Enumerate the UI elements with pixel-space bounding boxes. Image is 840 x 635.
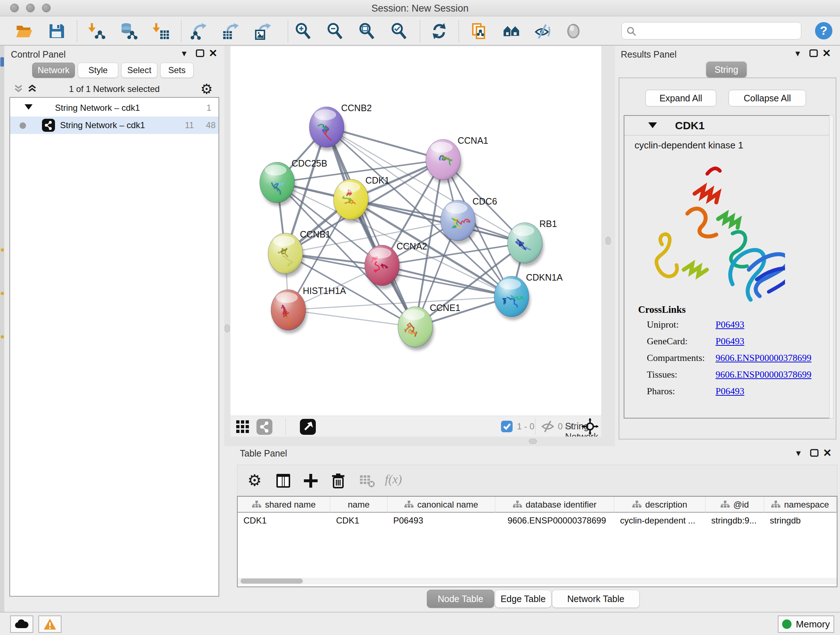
crosslink-label: Pharos: [647, 386, 675, 397]
export-image-icon[interactable] [254, 22, 271, 40]
table-cell[interactable]: P06493 [387, 516, 495, 530]
node-label-ccnb1: CCNB1 [300, 229, 331, 239]
column-header-databaseidentifier[interactable]: database identifier [495, 497, 614, 513]
node-label-ccne1: CCNE1 [430, 302, 461, 313]
right-splitter-handle[interactable] [606, 237, 611, 245]
crosslink-compartments-link[interactable]: 9606.ENSP00000378699 [715, 353, 812, 363]
delete-column-icon[interactable] [330, 472, 347, 489]
node-ccna1[interactable] [426, 139, 462, 183]
control-panel-float-icon[interactable] [194, 47, 206, 59]
protein-expander-icon[interactable] [648, 122, 657, 128]
horizontal-splitter[interactable] [224, 437, 601, 446]
network-graph[interactable]: CCNB2CCNA1CDC25BCDK1CDC6RB1CCNB1CCNA2CDK… [231, 46, 601, 416]
zoom-selected-icon[interactable] [390, 22, 408, 40]
edge-ccnb2-ccne1[interactable] [327, 127, 415, 327]
tab-string[interactable]: String [706, 62, 747, 78]
import-network-from-database-icon[interactable] [120, 22, 137, 40]
results-panel-float-icon[interactable] [807, 47, 820, 59]
birds-eye-view-icon[interactable] [300, 419, 316, 435]
column-header-canonicalname[interactable]: canonical name [387, 497, 495, 513]
column-header-sharedname[interactable]: shared name [238, 497, 330, 513]
zoom-out-icon[interactable] [326, 22, 344, 40]
horizontal-splitter-handle[interactable] [529, 439, 537, 444]
table-cell[interactable]: CDK1 [330, 516, 387, 530]
collapse-all-button[interactable]: Collapse All [729, 90, 806, 106]
create-column-icon[interactable] [302, 472, 319, 489]
left-splitter-handle[interactable] [225, 325, 230, 333]
refresh-icon[interactable] [431, 22, 448, 40]
column-header-id[interactable]: @id [706, 497, 764, 513]
expand-all-button[interactable]: Expand All [645, 90, 716, 106]
results-panel-close-icon[interactable]: ✕ [821, 47, 833, 59]
node-cdkn1a[interactable] [494, 276, 531, 320]
node-hist1h1a[interactable] [271, 290, 307, 333]
table-cell[interactable]: CDK1 [238, 516, 330, 530]
crosslink-pharos-link[interactable]: P06493 [715, 386, 744, 397]
memory-button[interactable]: Memory [778, 616, 834, 633]
right-splitter[interactable] [601, 46, 615, 446]
collection-expander-icon[interactable] [25, 104, 33, 110]
cloud-icon [14, 619, 29, 630]
network-canvas[interactable]: CCNB2CCNA1CDC25BCDK1CDC6RB1CCNB1CCNA2CDK… [231, 46, 601, 416]
results-scrollbar[interactable] [829, 115, 834, 418]
table-options-gear-icon[interactable]: ⚙ [248, 472, 264, 489]
tab-network-table[interactable]: Network Table [552, 590, 639, 608]
scrollbar-thumb[interactable] [240, 578, 303, 584]
table-cell[interactable]: stringdb [764, 516, 836, 530]
crosslink-genecard-link[interactable]: P06493 [715, 336, 744, 347]
help-icon[interactable]: ? [815, 22, 833, 40]
zoom-in-icon[interactable] [294, 22, 312, 40]
network-collection-row[interactable]: String Network – cdk1 1 [10, 99, 218, 117]
export-table-icon[interactable] [222, 22, 239, 40]
node-ccnb2[interactable] [309, 107, 346, 150]
crosslink-tissues-link[interactable]: 9606.ENSP00000378699 [715, 369, 812, 380]
table-horizontal-scrollbar[interactable] [238, 578, 837, 584]
table-panel-float-icon[interactable] [808, 447, 821, 459]
crosslink-uniprot-link[interactable]: P06493 [715, 319, 744, 330]
table-cell[interactable]: 9606.ENSP00000378699 [495, 516, 614, 530]
table-panel-collapse-icon[interactable]: ▾ [792, 447, 805, 459]
column-header-description[interactable]: description [614, 497, 706, 513]
warnings-button[interactable] [38, 616, 62, 633]
clone-network-icon[interactable] [471, 22, 488, 40]
network-row-selected[interactable]: String Network – cdk1 11 48 [10, 117, 218, 134]
column-header-name[interactable]: name [330, 497, 387, 513]
edge-hist1h1a-ccne1[interactable] [288, 310, 415, 327]
home-icon[interactable] [503, 22, 520, 40]
grid-view-icon[interactable] [235, 420, 250, 434]
tab-style[interactable]: Style [78, 63, 118, 78]
save-session-icon[interactable] [48, 22, 65, 40]
tab-select[interactable]: Select [121, 63, 157, 78]
node-ccne1[interactable] [398, 307, 434, 350]
tab-sets[interactable]: Sets [160, 63, 194, 78]
control-panel-close-icon[interactable]: ✕ [207, 47, 219, 59]
cloud-status-button[interactable] [10, 616, 33, 633]
control-panel-collapse-icon[interactable]: ▾ [178, 47, 190, 59]
results-panel-collapse-icon[interactable]: ▾ [791, 47, 804, 59]
export-network-icon[interactable] [189, 22, 207, 40]
show-panel-icon[interactable] [565, 22, 582, 40]
table-panel-close-icon[interactable]: ✕ [821, 447, 834, 459]
protein-section-header[interactable]: CDK1 [624, 116, 832, 135]
search-input[interactable] [622, 22, 801, 40]
tab-network[interactable]: Network [32, 63, 75, 78]
column-header-namespace[interactable]: namespace [764, 497, 836, 513]
node-cdk1[interactable] [333, 179, 370, 223]
open-session-icon[interactable] [16, 22, 33, 40]
network-options-gear-icon[interactable]: ⚙ [201, 81, 213, 97]
table-cell[interactable]: stringdb:9... [706, 516, 764, 530]
node-rb1[interactable] [508, 223, 544, 266]
node-ccnb1[interactable] [268, 233, 304, 277]
tab-node-table[interactable]: Node Table [427, 590, 494, 608]
tab-edge-table[interactable]: Edge Table [495, 590, 551, 608]
network-thumbnail-icon[interactable] [256, 419, 272, 435]
node-ccna2[interactable] [365, 245, 401, 289]
import-table-icon[interactable] [152, 22, 170, 40]
pan-crosshair-icon[interactable] [581, 418, 599, 435]
hide-panels-icon[interactable] [534, 22, 551, 40]
show-columns-icon[interactable] [275, 472, 292, 489]
selected-nodes-checkbox[interactable] [501, 421, 513, 432]
table-cell[interactable]: cyclin-dependent ... [614, 516, 706, 530]
zoom-fit-icon[interactable] [358, 22, 376, 40]
import-network-icon[interactable] [88, 22, 105, 40]
